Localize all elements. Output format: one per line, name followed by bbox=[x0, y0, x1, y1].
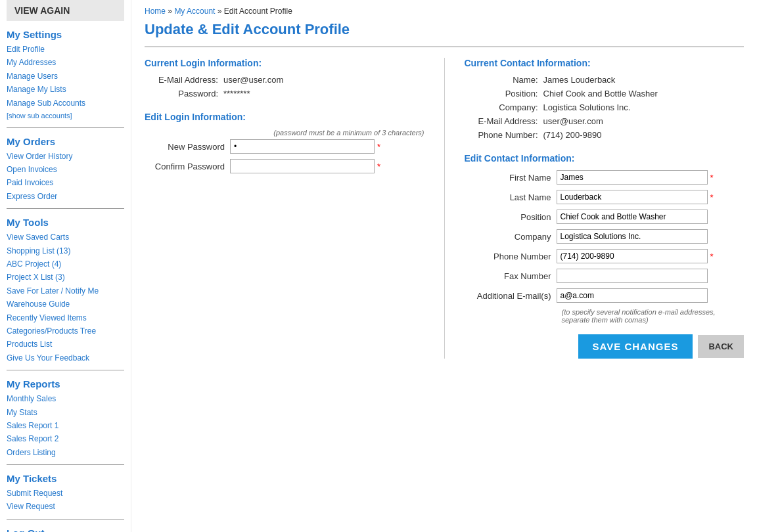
breadcrumb-sep-2: » bbox=[218, 7, 224, 16]
current-contact-header: Current Contact Information: bbox=[465, 58, 745, 68]
company-row: Company bbox=[465, 229, 745, 244]
breadcrumb-home[interactable]: Home bbox=[145, 7, 166, 16]
edit-login-header: Edit Login Information: bbox=[145, 112, 424, 122]
password-info-value: ******** bbox=[223, 89, 250, 99]
edit-contact-header: Edit Contact Information: bbox=[465, 153, 745, 164]
edit-profile-link[interactable]: Edit Profile bbox=[7, 43, 124, 56]
current-contact-info: Name: James Louderback Position: Chief C… bbox=[465, 75, 745, 140]
warehouse-guide-link[interactable]: Warehouse Guide bbox=[7, 298, 124, 311]
my-tools-title: My Tools bbox=[7, 217, 124, 228]
new-password-row: New Password * bbox=[145, 139, 424, 154]
last-name-input[interactable] bbox=[557, 190, 708, 204]
shopping-list-link[interactable]: Shopping List (13) bbox=[7, 244, 124, 257]
contact-position-row: Position: Chief Cook and Bottle Washer bbox=[465, 89, 745, 99]
log-out-link[interactable]: Log Out bbox=[7, 527, 124, 532]
main-content: Home » My Account » Edit Account Profile… bbox=[131, 0, 757, 532]
fax-label: Fax Number bbox=[465, 271, 557, 281]
abc-project-link[interactable]: ABC Project (4) bbox=[7, 257, 124, 271]
divider-1 bbox=[7, 127, 124, 128]
view-saved-carts-link[interactable]: View Saved Carts bbox=[7, 231, 124, 244]
open-invoices-link[interactable]: Open Invoices bbox=[7, 163, 124, 176]
manage-my-lists-link[interactable]: Manage My Lists bbox=[7, 83, 124, 96]
products-list-link[interactable]: Products List bbox=[7, 338, 124, 351]
confirm-password-required: * bbox=[377, 162, 380, 171]
my-settings-title: My Settings bbox=[7, 29, 124, 40]
contact-company-label: Company: bbox=[465, 102, 543, 112]
new-password-input[interactable] bbox=[230, 139, 375, 154]
breadcrumb-sep-1: » bbox=[168, 7, 174, 16]
phone-row: Phone Number * bbox=[465, 249, 745, 263]
last-name-label: Last Name bbox=[465, 192, 557, 202]
paid-invoices-link[interactable]: Paid Invoices bbox=[7, 176, 124, 189]
fax-row: Fax Number bbox=[465, 269, 745, 283]
contact-name-label: Name: bbox=[465, 75, 543, 85]
view-request-link[interactable]: View Request bbox=[7, 500, 124, 513]
my-tickets-title: My Tickets bbox=[7, 473, 124, 484]
contact-name-row: Name: James Louderback bbox=[465, 75, 745, 85]
my-stats-link[interactable]: My Stats bbox=[7, 406, 124, 419]
first-name-label: First Name bbox=[465, 173, 557, 183]
view-again-button[interactable]: VIEW AGAIN bbox=[7, 0, 124, 21]
breadcrumb: Home » My Account » Edit Account Profile bbox=[145, 7, 744, 16]
view-order-history-link[interactable]: View Order History bbox=[7, 150, 124, 163]
last-name-required: * bbox=[710, 192, 714, 202]
confirm-password-row: Confirm Password * bbox=[145, 159, 424, 173]
additional-email-row: Additional E-mail(s) bbox=[465, 288, 745, 303]
additional-email-label: Additional E-mail(s) bbox=[465, 291, 557, 301]
sales-report-1-link[interactable]: Sales Report 1 bbox=[7, 419, 124, 432]
feedback-link[interactable]: Give Us Your Feedback bbox=[7, 351, 124, 365]
contact-company-value: Logistica Solutions Inc. bbox=[543, 102, 631, 112]
buttons-row: SAVE CHANGES BACK bbox=[465, 334, 745, 359]
confirm-password-label: Confirm Password bbox=[145, 162, 230, 171]
password-info-label: Password: bbox=[145, 89, 223, 99]
title-divider bbox=[145, 46, 744, 47]
additional-email-input[interactable] bbox=[557, 288, 708, 303]
edit-login-form: Edit Login Information: (password must b… bbox=[145, 112, 424, 173]
my-addresses-link[interactable]: My Addresses bbox=[7, 56, 124, 69]
email-info-value: user@user.com bbox=[223, 75, 283, 85]
contact-phone-value: (714) 200-9890 bbox=[543, 130, 602, 140]
categories-products-tree-link[interactable]: Categories/Products Tree bbox=[7, 324, 124, 338]
contact-email-value: user@user.com bbox=[543, 116, 603, 126]
back-button[interactable]: BACK bbox=[698, 335, 744, 358]
sales-report-2-link[interactable]: Sales Report 2 bbox=[7, 432, 124, 445]
breadcrumb-my-account[interactable]: My Account bbox=[174, 7, 215, 16]
position-input[interactable] bbox=[557, 210, 708, 224]
orders-listing-link[interactable]: Orders Listing bbox=[7, 446, 124, 459]
new-password-label: New Password bbox=[145, 142, 230, 152]
password-hint: (password must be a minimum of 3 charact… bbox=[145, 129, 424, 137]
save-for-later-link[interactable]: Save For Later / Notify Me bbox=[7, 284, 124, 298]
divider-2 bbox=[7, 208, 124, 209]
manage-users-link[interactable]: Manage Users bbox=[7, 70, 124, 83]
email-info-label: E-Mail Address: bbox=[145, 75, 223, 85]
confirm-password-input[interactable] bbox=[230, 159, 375, 173]
save-changes-button[interactable]: SAVE CHANGES bbox=[578, 334, 693, 359]
column-divider bbox=[444, 58, 445, 359]
first-name-row: First Name * bbox=[465, 170, 745, 185]
current-login-info: E-Mail Address: user@user.com Password: … bbox=[145, 75, 424, 99]
express-order-link[interactable]: Express Order bbox=[7, 190, 124, 203]
submit-request-link[interactable]: Submit Request bbox=[7, 487, 124, 500]
project-x-link[interactable]: Project X List (3) bbox=[7, 271, 124, 284]
monthly-sales-link[interactable]: Monthly Sales bbox=[7, 392, 124, 405]
contact-position-label: Position: bbox=[465, 89, 543, 99]
divider-4 bbox=[7, 464, 124, 465]
recently-viewed-link[interactable]: Recently Viewed Items bbox=[7, 311, 124, 324]
additional-email-hint: (to specify several notification e-mail … bbox=[562, 308, 745, 324]
divider-5 bbox=[7, 519, 124, 520]
show-sub-accounts-link[interactable]: [show sub accounts] bbox=[7, 110, 124, 122]
current-login-header: Current Login Information: bbox=[145, 58, 424, 68]
position-row: Position bbox=[465, 210, 745, 224]
new-password-required: * bbox=[377, 142, 380, 152]
manage-sub-accounts-link[interactable]: Manage Sub Accounts bbox=[7, 97, 124, 110]
phone-input[interactable] bbox=[557, 249, 708, 263]
fax-input[interactable] bbox=[557, 269, 708, 283]
phone-required: * bbox=[710, 252, 714, 261]
first-name-input[interactable] bbox=[557, 170, 708, 185]
contact-phone-row: Phone Number: (714) 200-9890 bbox=[465, 130, 745, 140]
phone-label: Phone Number bbox=[465, 252, 557, 261]
right-column: Current Contact Information: Name: James… bbox=[465, 58, 745, 359]
contact-name-value: James Louderback bbox=[543, 75, 616, 85]
divider-3 bbox=[7, 370, 124, 370]
company-input[interactable] bbox=[557, 229, 708, 244]
